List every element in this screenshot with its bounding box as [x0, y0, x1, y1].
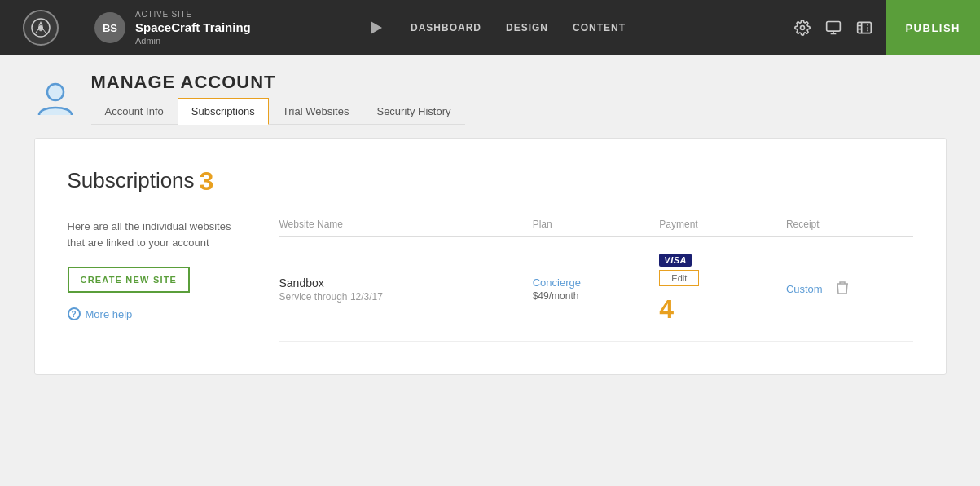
svg-rect-3 [827, 22, 841, 32]
main-card: Subscriptions 3 Here are all the individ… [34, 138, 947, 375]
subscriptions-body: Here are all the individual websites tha… [68, 219, 913, 342]
table-row: Sandbox Service through 12/3/17 Concierg… [279, 237, 913, 342]
subscriptions-description: Here are all the individual websites tha… [68, 219, 247, 250]
create-new-site-button[interactable]: CREATE NEW SITE [68, 267, 191, 293]
col-receipt: Receipt [786, 219, 913, 230]
svg-point-2 [801, 26, 805, 30]
help-icon: ? [68, 307, 81, 320]
svg-point-5 [47, 84, 64, 100]
nav-design[interactable]: DESIGN [506, 19, 548, 37]
account-header: MANAGE ACCOUNT Account Info Subscription… [34, 55, 947, 125]
account-avatar-icon [34, 77, 77, 120]
tab-trial-websites[interactable]: Trial Websites [269, 98, 363, 125]
visa-logo: VISA [659, 254, 692, 267]
table-header: Website Name Plan Payment Receipt [279, 219, 913, 237]
logo-area[interactable] [0, 0, 81, 55]
subscriptions-heading: Subscriptions 3 [68, 168, 913, 194]
site-info-area[interactable]: BS ACTIVE SITE SpaceCraft Training Admin [81, 0, 358, 55]
topnav-icon-group [781, 20, 886, 36]
play-icon [371, 21, 382, 34]
annotation-4: 4 [659, 294, 674, 325]
receipt-cell: Custom [786, 281, 913, 298]
account-header-right: MANAGE ACCOUNT Account Info Subscription… [91, 72, 465, 125]
subscriptions-table: Website Name Plan Payment Receipt Sandbo… [279, 219, 913, 342]
site-role: Admin [135, 36, 251, 46]
delete-icon[interactable] [836, 281, 849, 298]
tab-subscriptions[interactable]: Subscriptions [178, 98, 269, 125]
site-name-cell: Sandbox Service through 12/3/17 [279, 276, 533, 303]
col-payment: Payment [659, 219, 786, 230]
custom-receipt-link[interactable]: Custom [786, 283, 823, 295]
publish-button[interactable]: PUBLISH [886, 0, 980, 55]
active-site-label: ACTIVE SITE [135, 10, 251, 20]
more-help-link[interactable]: ? More help [68, 307, 247, 320]
play-button[interactable] [358, 10, 394, 46]
account-tabs: Account Info Subscriptions Trial Website… [91, 98, 465, 125]
col-website-name: Website Name [279, 219, 533, 230]
annotation-3: 3 [200, 168, 214, 194]
subscriptions-left: Here are all the individual websites tha… [68, 219, 247, 342]
page-content: MANAGE ACCOUNT Account Info Subscription… [2, 55, 979, 375]
settings-icon[interactable] [794, 20, 811, 36]
site-details: ACTIVE SITE SpaceCraft Training Admin [135, 10, 251, 46]
account-icon[interactable] [856, 20, 872, 36]
service-date: Service through 12/3/17 [279, 291, 533, 303]
payment-cell: VISA Edit 4 [659, 254, 786, 325]
main-nav: DASHBOARD DESIGN CONTENT [394, 19, 781, 37]
plan-cell: Concierge $49/month [533, 276, 660, 302]
subscriptions-title: Subscriptions [68, 168, 195, 193]
page-title: MANAGE ACCOUNT [91, 72, 465, 93]
nav-content[interactable]: CONTENT [573, 19, 626, 37]
site-name: SpaceCraft Training [135, 20, 251, 36]
tab-security-history[interactable]: Security History [363, 98, 464, 125]
tab-account-info[interactable]: Account Info [91, 98, 178, 125]
spacecraft-logo [23, 10, 59, 46]
edit-payment-button[interactable]: Edit [659, 270, 699, 286]
site-name-main: Sandbox [279, 276, 533, 289]
top-navigation: BS ACTIVE SITE SpaceCraft Training Admin… [0, 0, 980, 55]
svg-rect-4 [858, 22, 872, 33]
plan-price: $49/month [533, 290, 660, 302]
col-plan: Plan [533, 219, 660, 230]
plan-name: Concierge [533, 276, 660, 289]
preview-icon[interactable] [825, 20, 842, 36]
more-help-label: More help [86, 308, 133, 320]
nav-dashboard[interactable]: DASHBOARD [411, 19, 481, 37]
site-avatar: BS [94, 12, 125, 43]
